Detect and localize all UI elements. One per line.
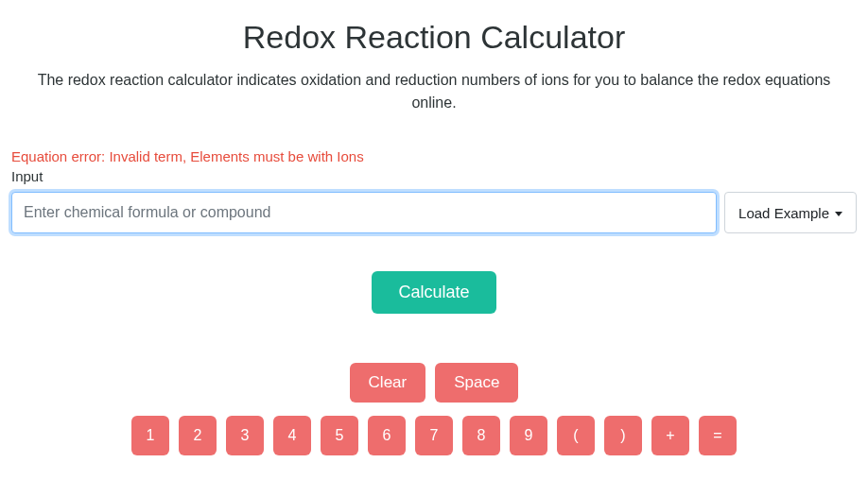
keypad-row-keys: 1 2 3 4 5 6 7 8 9 ( ) + = — [11, 416, 857, 455]
key-plus[interactable]: + — [651, 416, 689, 455]
calculate-wrap: Calculate — [11, 271, 857, 314]
key-8[interactable]: 8 — [462, 416, 500, 455]
key-1[interactable]: 1 — [131, 416, 169, 455]
key-7[interactable]: 7 — [415, 416, 453, 455]
keypad: Clear Space 1 2 3 4 5 6 7 8 9 ( ) + = — [11, 363, 857, 455]
load-example-dropdown[interactable]: Load Example — [724, 192, 857, 233]
page-title: Redox Reaction Calculator — [11, 19, 857, 56]
input-row: Load Example — [11, 192, 857, 233]
page-subtitle: The redox reaction calculator indicates … — [13, 69, 855, 114]
calculate-button[interactable]: Calculate — [372, 271, 495, 314]
space-button[interactable]: Space — [435, 363, 518, 403]
key-5[interactable]: 5 — [321, 416, 358, 455]
key-4[interactable]: 4 — [273, 416, 311, 455]
clear-button[interactable]: Clear — [350, 363, 426, 403]
key-3[interactable]: 3 — [226, 416, 264, 455]
input-label: Input — [11, 168, 857, 184]
key-equals[interactable]: = — [699, 416, 737, 455]
caret-down-icon — [835, 212, 842, 216]
key-6[interactable]: 6 — [368, 416, 406, 455]
key-open-paren[interactable]: ( — [557, 416, 595, 455]
key-9[interactable]: 9 — [510, 416, 547, 455]
load-example-label: Load Example — [738, 205, 829, 221]
key-close-paren[interactable]: ) — [604, 416, 642, 455]
key-2[interactable]: 2 — [179, 416, 217, 455]
formula-input[interactable] — [11, 192, 717, 233]
keypad-row-actions: Clear Space — [11, 363, 857, 403]
error-message: Equation error: Invalid term, Elements m… — [11, 148, 857, 164]
